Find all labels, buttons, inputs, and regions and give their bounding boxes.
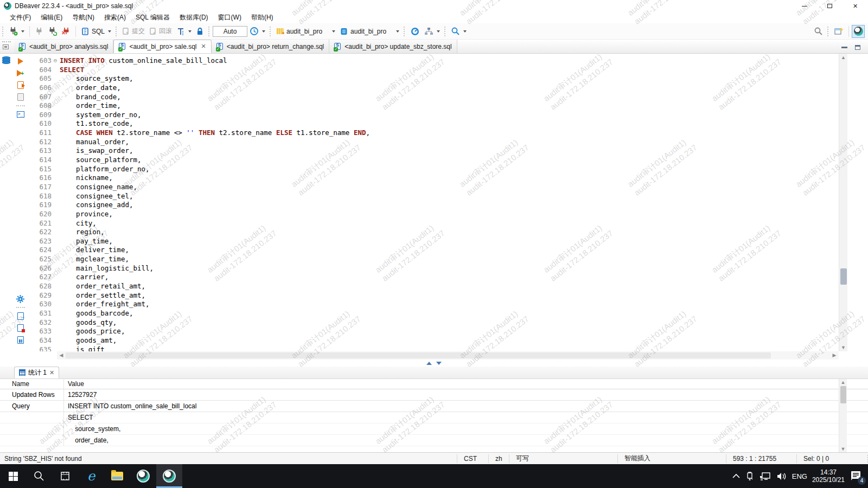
minimize-button[interactable] bbox=[792, 0, 817, 12]
close-button[interactable]: ✕ bbox=[843, 0, 868, 12]
results-vertical-scrollbar[interactable]: ▲ ▼ bbox=[839, 379, 847, 452]
search-metadata-button[interactable] bbox=[449, 25, 469, 38]
scrollbar-thumb[interactable] bbox=[840, 268, 847, 285]
maximize-button[interactable] bbox=[817, 0, 843, 12]
table-row[interactable]: source_system, bbox=[0, 423, 868, 435]
scroll-up-icon[interactable]: ▲ bbox=[839, 55, 847, 60]
status-writable[interactable]: 可写 bbox=[509, 454, 617, 463]
reconnect-button[interactable] bbox=[46, 25, 59, 38]
editor-vertical-scrollbar[interactable]: ▲ ▼ bbox=[839, 54, 847, 351]
problems-view-button[interactable] bbox=[12, 322, 29, 334]
lock-button[interactable] bbox=[194, 25, 206, 38]
code-line: 632 goods_qty, bbox=[29, 318, 839, 328]
tab-return-change-sql[interactable]: ✓ <audit_bi_pro> return_change.sql bbox=[212, 40, 329, 53]
commit-button[interactable]: 提交 bbox=[120, 25, 147, 38]
taskbar-clock[interactable]: 14:37 2025/10/21 bbox=[812, 468, 845, 484]
minimize-editor-icon[interactable] bbox=[841, 47, 847, 48]
scrollbar-thumb[interactable] bbox=[840, 386, 846, 403]
dbeaver-perspective-button[interactable] bbox=[852, 25, 865, 38]
code-text: consignee_name, bbox=[59, 183, 137, 192]
restore-panel-icon[interactable] bbox=[436, 362, 442, 365]
tab-statistics[interactable]: 统计 1 ✕ bbox=[14, 367, 59, 378]
scroll-up-icon[interactable]: ▲ bbox=[839, 380, 847, 385]
execute-statement-button[interactable] bbox=[12, 55, 29, 67]
scroll-down-icon[interactable]: ▼ bbox=[839, 446, 847, 452]
menu-search[interactable]: 搜索(A) bbox=[99, 12, 131, 23]
network-icon[interactable] bbox=[760, 472, 771, 481]
maximize-panel-icon[interactable] bbox=[426, 362, 432, 365]
file-explorer-button[interactable] bbox=[104, 464, 130, 488]
menu-help[interactable]: 帮助(H) bbox=[246, 12, 278, 23]
plug-disconnect-icon bbox=[61, 27, 71, 36]
system-tray: ENG 14:37 2025/10/21 4 bbox=[732, 468, 868, 484]
table-row[interactable]: SELECT bbox=[0, 412, 868, 423]
transaction-log-button[interactable] bbox=[174, 25, 194, 38]
fold-collapse-icon[interactable]: ⊖ bbox=[52, 56, 59, 66]
code-line: 611 CASE WHEN t2.store_name <> '' THEN t… bbox=[29, 129, 839, 138]
open-console-button[interactable]: >_ bbox=[12, 108, 29, 120]
sql-code-editor[interactable]: 603⊖INSERT INTO custom_online_sale_bill_… bbox=[29, 54, 839, 351]
minimized-views-stub[interactable] bbox=[0, 40, 14, 53]
rollback-button[interactable]: 回滚 bbox=[147, 25, 174, 38]
column-header-value[interactable]: Value bbox=[64, 379, 868, 389]
quick-access-search-button[interactable] bbox=[812, 25, 825, 38]
open-perspective-button[interactable] bbox=[832, 25, 846, 38]
tab-sale-sql[interactable]: ✓ <audit_bi_pro> sale.sql ✕ bbox=[113, 40, 211, 53]
menu-window[interactable]: 窗口(W) bbox=[213, 12, 246, 23]
tab-analysis-sql[interactable]: ✓ <audit_bi_pro> analysis.sql bbox=[14, 40, 113, 53]
panel-sash[interactable] bbox=[0, 359, 868, 367]
menu-edit[interactable]: 编辑(E) bbox=[36, 12, 67, 23]
er-diagram-button[interactable] bbox=[422, 25, 442, 38]
column-header-name[interactable]: Name bbox=[0, 379, 64, 389]
internet-explorer-button[interactable]: e bbox=[78, 464, 104, 488]
menu-database[interactable]: 数据库(D) bbox=[175, 12, 213, 23]
disconnect-button[interactable] bbox=[59, 25, 73, 38]
dbeaver-taskbar-button[interactable] bbox=[130, 464, 156, 488]
sql-editor-button[interactable]: SQL bbox=[79, 25, 113, 38]
database-navigator-button[interactable] bbox=[0, 55, 12, 66]
menu-file[interactable]: 文件(F) bbox=[5, 12, 36, 23]
tab-close-icon[interactable]: ✕ bbox=[201, 43, 206, 50]
editor-settings-button[interactable] bbox=[12, 293, 29, 305]
dashboard-button[interactable] bbox=[408, 25, 422, 38]
maximize-editor-icon[interactable] bbox=[855, 45, 860, 50]
output-view-button[interactable]: → bbox=[12, 310, 29, 322]
status-caret-position[interactable]: 593 : 1 : 21755 bbox=[726, 454, 796, 463]
status-insert-mode[interactable]: 智能插入 bbox=[617, 454, 726, 463]
scroll-left-icon[interactable]: ◀ bbox=[58, 352, 65, 358]
table-row[interactable]: Updated Rows 12527927 bbox=[0, 389, 868, 401]
dbeaver-taskbar-button-active[interactable] bbox=[156, 464, 182, 488]
disconnected-plug-button[interactable] bbox=[33, 25, 46, 38]
volume-icon[interactable] bbox=[776, 472, 787, 481]
table-row[interactable]: order_date, bbox=[0, 435, 868, 446]
gauge-icon bbox=[410, 27, 420, 36]
tab-update-sbz-store-sql[interactable]: ✓ <audit_bi_pro> update_sbz_store.sql bbox=[329, 40, 457, 53]
schema-selector[interactable]: audit_bi_pro bbox=[337, 25, 401, 38]
editor-horizontal-scrollbar[interactable]: ◀ ▶ bbox=[57, 351, 839, 359]
code-text: order_freight_amt, bbox=[59, 300, 150, 309]
tray-expand-icon[interactable] bbox=[732, 473, 741, 479]
explain-plan-button[interactable] bbox=[12, 91, 29, 103]
connection-selector[interactable]: audit_bi_pro bbox=[274, 25, 337, 38]
taskbar-search-button[interactable] bbox=[26, 464, 52, 488]
menu-sql-editor[interactable]: SQL 编辑器 bbox=[131, 12, 175, 23]
execute-new-tab-button[interactable]: + bbox=[12, 67, 29, 79]
menu-navigate[interactable]: 导航(N) bbox=[67, 12, 99, 23]
start-button[interactable] bbox=[0, 464, 26, 488]
tab-close-icon[interactable]: ✕ bbox=[49, 369, 54, 376]
statistics-view-button[interactable] bbox=[12, 334, 29, 346]
action-center-button[interactable]: 4 bbox=[850, 469, 864, 483]
sql-file-icon: ✓ bbox=[119, 43, 126, 50]
table-row[interactable]: Query INSERT INTO custom_online_sale_bil… bbox=[0, 401, 868, 412]
input-language[interactable]: ENG bbox=[792, 472, 807, 480]
row-value: order_date, bbox=[64, 435, 868, 446]
usb-icon[interactable] bbox=[745, 472, 755, 481]
execute-script-button[interactable] bbox=[12, 79, 29, 91]
connect-button[interactable] bbox=[7, 25, 27, 38]
scrollbar-thumb[interactable] bbox=[66, 352, 771, 358]
transaction-history-button[interactable] bbox=[247, 25, 267, 38]
scroll-down-icon[interactable]: ▼ bbox=[839, 345, 847, 350]
task-view-button[interactable] bbox=[52, 464, 78, 488]
commit-mode-select[interactable]: Auto bbox=[213, 26, 247, 37]
scroll-right-icon[interactable]: ▶ bbox=[831, 352, 838, 358]
